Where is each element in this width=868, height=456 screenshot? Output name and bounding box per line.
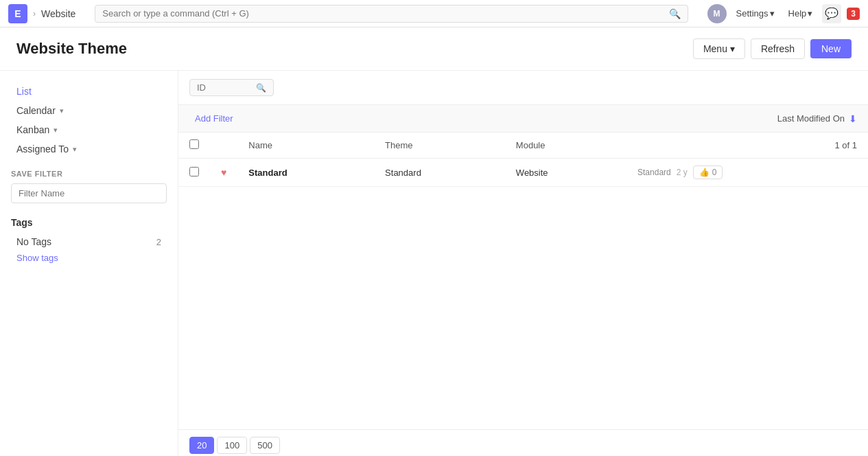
page-actions: Menu ▾ Refresh New — [693, 38, 852, 59]
sidebar-item-kanban[interactable]: Kanban ▾ — [11, 120, 167, 139]
navbar: E › Website 🔍 M Settings ▾ Help ▾ 💬 3 — [0, 0, 868, 27]
menu-chevron-icon: ▾ — [730, 43, 735, 54]
table-header-row: Name Theme Module 1 of 1 — [178, 133, 868, 159]
header-record-count: 1 of 1 — [626, 133, 868, 159]
row-name-cell[interactable]: Standard — [237, 159, 374, 187]
sort-section: Last Modified On ⬇ — [777, 113, 857, 124]
id-search-icon: 🔍 — [256, 83, 266, 93]
help-menu[interactable]: Help ▾ — [784, 5, 817, 21]
assigned-to-chevron-icon: ▾ — [73, 145, 77, 154]
add-filter-button[interactable]: Add Filter — [189, 111, 239, 126]
row-actions: Standard 2 y 👍 0 — [637, 166, 857, 179]
settings-menu[interactable]: Settings ▾ — [732, 5, 779, 21]
table-container: Name Theme Module 1 of 1 — [178, 133, 868, 429]
avatar[interactable]: M — [707, 4, 727, 23]
search-bar[interactable]: 🔍 — [95, 5, 688, 23]
show-tags-link[interactable]: Show tags — [11, 250, 167, 266]
breadcrumb-chevron: › — [33, 9, 36, 19]
favorite-icon[interactable]: ♥ — [221, 167, 226, 178]
content-area: 🔍 Add Filter Last Modified On ⬇ — [178, 71, 868, 456]
filter-bar: 🔍 — [178, 71, 868, 105]
records-table: Name Theme Module 1 of 1 — [178, 133, 868, 187]
row-theme-cell: Standard — [374, 159, 505, 187]
app-logo[interactable]: E — [8, 4, 27, 23]
new-button[interactable]: New — [810, 39, 852, 58]
sidebar-item-list[interactable]: List — [11, 82, 167, 101]
navbar-right: M Settings ▾ Help ▾ 💬 3 — [707, 4, 860, 23]
filter-name-input[interactable] — [11, 183, 167, 203]
row-module-cell: Website — [505, 159, 626, 187]
header-select-all[interactable] — [178, 133, 210, 159]
header-theme: Theme — [374, 133, 505, 159]
main-layout: List Calendar ▾ Kanban ▾ Assigned To ▾ S… — [0, 71, 868, 456]
header-favorite — [210, 133, 237, 159]
sort-direction-icon[interactable]: ⬇ — [849, 113, 857, 124]
refresh-button[interactable]: Refresh — [751, 38, 805, 59]
settings-chevron-icon: ▾ — [770, 8, 775, 19]
like-button[interactable]: 👍 0 — [693, 166, 723, 179]
breadcrumb-root: Website — [41, 8, 75, 19]
page-header: Website Theme Menu ▾ Refresh New — [0, 27, 868, 71]
chat-icon-button[interactable]: 💬 — [822, 4, 841, 23]
search-icon: 🔍 — [669, 8, 681, 19]
menu-button[interactable]: Menu ▾ — [693, 38, 745, 59]
row-favorite-cell[interactable]: ♥ — [210, 159, 237, 187]
row-checkbox[interactable] — [189, 167, 199, 176]
sidebar-item-calendar[interactable]: Calendar ▾ — [11, 101, 167, 120]
row-checkbox-cell[interactable] — [178, 159, 210, 187]
pagination: 20 100 500 — [178, 429, 868, 456]
thumbs-up-icon: 👍 — [699, 168, 709, 177]
save-filter-label: SAVE FILTER — [11, 170, 167, 178]
sidebar: List Calendar ▾ Kanban ▾ Assigned To ▾ S… — [0, 71, 178, 456]
tag-no-tags[interactable]: No Tags 2 — [11, 233, 167, 250]
row-actions-cell: Standard 2 y 👍 0 — [626, 159, 868, 187]
page-size-20[interactable]: 20 — [189, 437, 214, 454]
id-filter[interactable]: 🔍 — [189, 79, 274, 96]
calendar-chevron-icon: ▾ — [60, 106, 64, 115]
sort-label: Last Modified On — [777, 113, 845, 124]
select-all-checkbox[interactable] — [189, 139, 199, 149]
search-input[interactable] — [102, 8, 664, 19]
id-filter-input[interactable] — [197, 82, 252, 93]
tags-section: Tags No Tags 2 Show tags — [11, 217, 167, 266]
page-size-100[interactable]: 100 — [217, 437, 247, 454]
table-row[interactable]: ♥ Standard Standard Website — [178, 159, 868, 187]
kanban-chevron-icon: ▾ — [54, 126, 58, 135]
sidebar-item-assigned-to[interactable]: Assigned To ▾ — [11, 139, 167, 159]
help-chevron-icon: ▾ — [808, 8, 812, 19]
header-name: Name — [237, 133, 374, 159]
notification-badge[interactable]: 3 — [847, 8, 860, 20]
page-size-500[interactable]: 500 — [250, 437, 280, 454]
page-title: Website Theme — [16, 40, 127, 58]
action-bar: Add Filter Last Modified On ⬇ — [178, 105, 868, 133]
tags-title: Tags — [11, 217, 167, 228]
header-module: Module — [505, 133, 626, 159]
